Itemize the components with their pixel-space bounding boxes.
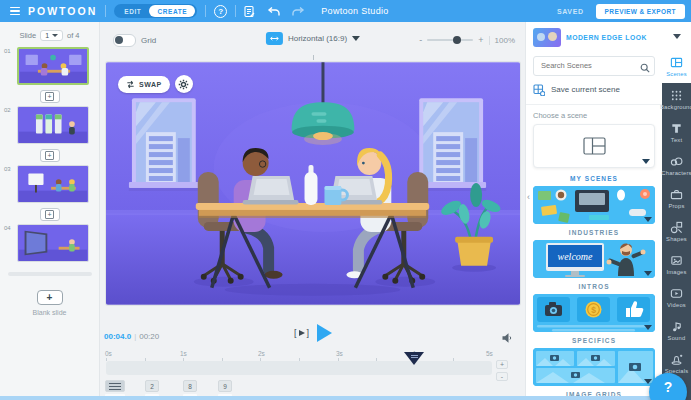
slide-thumbnail-1[interactable] <box>17 47 89 85</box>
slide-thumbnail-art <box>19 49 89 85</box>
scene-layout-icon <box>583 137 606 155</box>
look-title: MODERN EDGE LOOK <box>566 34 647 41</box>
scene-category-thumbnail-specifics[interactable]: $ <box>533 294 655 332</box>
scene-category-thumbnail-intros[interactable]: welcome <box>533 240 655 278</box>
tab-label: Props <box>668 203 684 209</box>
slide-number-dropdown[interactable]: 1 <box>40 30 63 41</box>
chevron-down-icon <box>352 36 360 41</box>
card-expand-chevron[interactable] <box>642 159 650 164</box>
shapes-icon <box>670 221 683 234</box>
current-scene-template-card[interactable] <box>533 124 655 168</box>
zoom-out-label[interactable]: - <box>419 35 422 45</box>
images-icon <box>670 254 683 267</box>
sound-volume-icon[interactable] <box>501 330 513 348</box>
canvas-zoom-control: - + 100% <box>419 35 515 45</box>
image-grids-thumbnail-art <box>533 348 655 386</box>
timeline-zoom-in-button[interactable]: + <box>496 360 508 369</box>
divider <box>235 5 236 17</box>
saved-status: SAVED <box>557 8 584 15</box>
slide-row: 03 <box>0 165 99 205</box>
blank-slide-button[interactable]: + <box>37 290 63 305</box>
edit-mode-button[interactable]: EDIT <box>116 8 149 15</box>
timeline-object-chip[interactable] <box>105 380 125 397</box>
add-slide-button[interactable]: + <box>40 90 60 103</box>
scene-category-thumbnail-image-grids[interactable] <box>533 348 655 386</box>
tab-props[interactable]: Props <box>662 182 691 215</box>
notes-icon[interactable] <box>244 5 255 18</box>
stage-scene[interactable] <box>106 62 520 305</box>
add-slide-button[interactable]: + <box>40 149 60 162</box>
add-slide-button[interactable]: + <box>40 208 60 221</box>
slide-number-label: 02 <box>4 107 11 113</box>
zoom-slider[interactable] <box>427 39 473 41</box>
horizontal-arrows-icon <box>266 32 283 45</box>
timeline-track[interactable] <box>106 361 492 375</box>
tab-sound[interactable]: Sound <box>662 314 691 347</box>
app-title: Powtoon Studio <box>321 6 388 16</box>
preview-export-button[interactable]: PREVIEW & EXPORT <box>596 4 685 19</box>
my-scenes-label: MY SCENES <box>526 175 662 182</box>
powtoon-logo: POWTOON <box>28 5 97 17</box>
hamburger-menu-icon[interactable] <box>10 7 20 16</box>
tab-videos[interactable]: Videos <box>662 281 691 314</box>
tab-images[interactable]: Images <box>662 248 691 281</box>
swap-button[interactable]: SWAP <box>118 76 170 93</box>
tab-label: Characters <box>661 170 691 176</box>
panel-collapse-handle[interactable]: ‹ <box>527 192 530 202</box>
zoom-slider-handle[interactable] <box>453 36 461 44</box>
look-header: MODERN EDGE LOOK <box>526 22 662 52</box>
tab-label: Text <box>671 137 682 143</box>
slides-scrollbar[interactable] <box>8 272 92 276</box>
tab-background[interactable]: Background <box>662 83 691 116</box>
slide-word: Slide <box>19 31 36 40</box>
gear-icon <box>178 79 189 90</box>
section-label-specifics: SPECIFICS <box>526 337 662 344</box>
timeline-object-chip[interactable]: 2 <box>145 380 159 397</box>
search-icon <box>640 59 650 77</box>
orientation-dropdown[interactable]: Horizontal (16:9) <box>266 32 360 45</box>
videos-icon <box>670 287 683 300</box>
thumbnail-expand-chevron[interactable] <box>644 217 652 222</box>
collapse-panel-chevron[interactable] <box>673 34 681 39</box>
divider <box>105 5 106 17</box>
look-thumbnail[interactable] <box>533 28 561 47</box>
tab-scenes[interactable]: Scenes <box>662 50 691 83</box>
save-scene-icon <box>533 84 545 96</box>
create-mode-button[interactable]: CREATE <box>149 5 195 17</box>
redo-icon[interactable] <box>291 6 305 17</box>
swap-label: SWAP <box>139 81 162 88</box>
svg-text:welcome: welcome <box>558 251 594 262</box>
slide-thumbnail-3[interactable] <box>17 165 89 203</box>
slide-thumbnail-4[interactable] <box>17 224 89 262</box>
tab-text[interactable]: Text <box>662 116 691 149</box>
scene-category-thumbnail-industries[interactable] <box>533 186 655 224</box>
window-left[interactable] <box>129 98 199 191</box>
timeline-object-chip[interactable]: 8 <box>183 380 197 397</box>
grid-toggle-group: Grid <box>113 34 156 47</box>
search-scenes-input[interactable] <box>533 56 655 76</box>
tab-characters[interactable]: Characters <box>662 149 691 182</box>
play-button[interactable] <box>317 324 332 342</box>
thumbnail-expand-chevron[interactable] <box>644 271 652 276</box>
slide-thumbnail-2[interactable] <box>17 106 89 144</box>
tab-shapes[interactable]: Shapes <box>662 215 691 248</box>
orientation-label: Horizontal (16:9) <box>288 34 347 43</box>
divider <box>205 5 206 17</box>
industries-thumbnail-art <box>533 186 655 224</box>
specifics-thumbnail-art: $ <box>533 294 655 332</box>
grid-toggle[interactable] <box>113 34 136 47</box>
scene-search <box>533 54 655 76</box>
timeline-time-display: 00:04.0|00:20 <box>104 332 159 341</box>
scene-settings-button[interactable] <box>175 75 193 93</box>
zoom-in-label[interactable]: + <box>478 35 483 45</box>
time-separator: | <box>134 332 136 341</box>
thumbnail-expand-chevron[interactable] <box>644 325 652 330</box>
save-current-scene-button[interactable]: Save current scene <box>533 84 655 96</box>
play-from-start-button[interactable]: [] <box>294 328 309 338</box>
undo-icon[interactable] <box>267 6 281 17</box>
stage-canvas[interactable] <box>106 62 520 305</box>
timeline-object-chip[interactable]: 9 <box>218 380 232 397</box>
help-icon[interactable]: ? <box>214 5 227 18</box>
text-icon <box>670 122 683 135</box>
tab-label: Videos <box>667 302 686 308</box>
